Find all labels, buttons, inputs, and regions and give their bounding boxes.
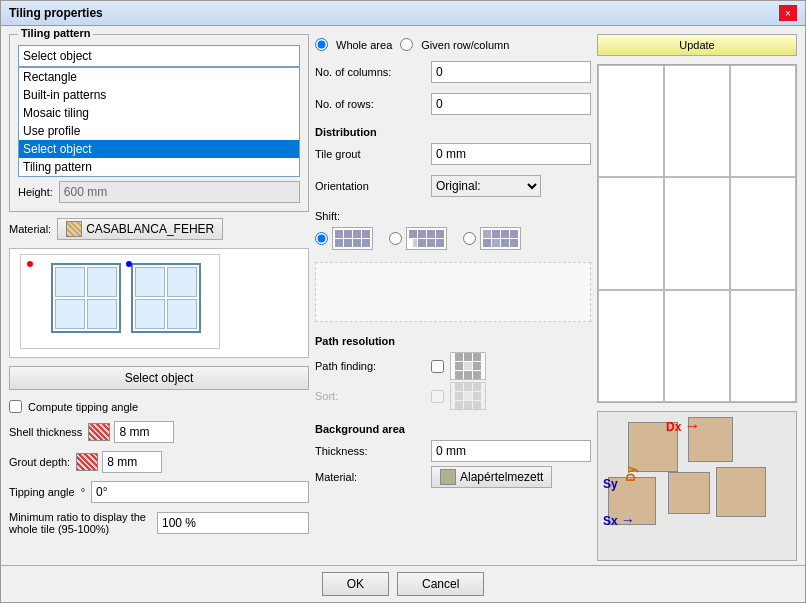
path-resolution-label: Path resolution [315, 335, 395, 347]
tipping-angle-row: Tipping angle ° [9, 481, 309, 503]
compute-tipping-row: Compute tipping angle [9, 400, 309, 413]
given-row-radio[interactable] [400, 38, 413, 51]
min-ratio-label: Minimum ratio to display the whole tile … [9, 511, 151, 535]
right-panel: Update [597, 34, 797, 561]
height-row: Height: [18, 181, 300, 203]
orientation-row: Orientation Original: Rotated 90° Rotate… [315, 175, 591, 197]
whole-area-label: Whole area [336, 39, 392, 51]
whole-area-radio[interactable] [315, 38, 328, 51]
height-label: Height: [18, 186, 53, 198]
orientation-select[interactable]: Original: Rotated 90° Rotated 180° Rotat… [431, 175, 541, 197]
path-resolution-section: Path resolution Path finding: Sort: [315, 334, 591, 410]
dropdown-list: Rectangle Built-in patterns Mosaic tilin… [18, 67, 300, 177]
grout-depth-row: Grout depth: [9, 451, 309, 473]
shift-option-2 [389, 227, 447, 250]
title-bar: Tiling properties × [1, 1, 805, 26]
columns-input[interactable] [431, 61, 591, 83]
rows-row: No. of rows: [315, 93, 591, 115]
material-label: Material: [9, 223, 51, 235]
compute-tipping-label: Compute tipping angle [28, 401, 138, 413]
dx-arrow: Dx → [666, 417, 700, 435]
shift-option-1 [315, 227, 373, 250]
area-type-row: Whole area Given row/column [315, 38, 591, 51]
sort-label: Sort: [315, 390, 425, 402]
bg-material-button[interactable]: Alapértelmezett [431, 466, 552, 488]
preview-grid-top [597, 64, 797, 403]
bottom-buttons: OK Cancel [1, 565, 805, 602]
given-row-label: Given row/column [421, 39, 509, 51]
path-finding-checkbox[interactable] [431, 360, 444, 373]
sy-text: Sy [603, 477, 618, 491]
shift-options-group [315, 227, 591, 250]
shift-radio-2[interactable] [389, 232, 402, 245]
cancel-button[interactable]: Cancel [397, 572, 484, 596]
dy-label: Dy [624, 466, 638, 481]
shift-preview-area [315, 262, 591, 322]
background-area-section: Background area Thickness: Material: Ala… [315, 422, 591, 488]
tile-grout-input[interactable] [431, 143, 591, 165]
shift-label: Shift: [315, 210, 340, 222]
drawing-preview [9, 248, 309, 358]
bg-material-value: Alapértelmezett [460, 470, 543, 484]
dropdown-item-profile[interactable]: Use profile [19, 122, 299, 140]
path-finding-icon [450, 352, 486, 380]
tile-grout-label: Tile grout [315, 148, 425, 160]
dx-label: Dx [666, 420, 681, 434]
tiling-pattern-group: Tiling pattern Select object Rectangle B… [9, 34, 309, 212]
tipping-angle-input[interactable] [91, 481, 309, 503]
height-input[interactable] [59, 181, 300, 203]
sx-text: Sx [603, 514, 618, 528]
tipping-angle-label: Tipping angle [9, 486, 75, 498]
dropdown-item-tiling-pattern[interactable]: Tiling pattern [19, 158, 299, 176]
shift-radio-1[interactable] [315, 232, 328, 245]
update-button[interactable]: Update [597, 34, 797, 56]
background-area-label: Background area [315, 423, 405, 435]
material-value: CASABLANCA_FEHER [86, 222, 214, 236]
bg-thickness-row: Thickness: [315, 440, 591, 462]
dropdown-item-mosaic[interactable]: Mosaic tiling [19, 104, 299, 122]
shift-section: Shift: [315, 209, 591, 250]
tiling-pattern-dropdown[interactable]: Select object Rectangle Built-in pattern… [18, 45, 300, 67]
path-finding-row: Path finding: [315, 352, 591, 380]
shell-thickness-label: Shell thickness [9, 426, 82, 438]
material-color-icon [66, 221, 82, 237]
tile-diagram-area: Dx → Dy Sx → Sy [597, 411, 797, 561]
tile-grout-row: Tile grout [315, 143, 591, 165]
rows-label: No. of rows: [315, 98, 425, 110]
tiling-properties-dialog: Tiling properties × Tiling pattern Selec… [0, 0, 806, 603]
min-ratio-input[interactable] [157, 512, 309, 534]
shift-icon-2 [406, 227, 447, 250]
shift-radio-3[interactable] [463, 232, 476, 245]
tiling-pattern-dropdown-container: Select object Rectangle Built-in pattern… [18, 45, 300, 67]
bg-thickness-label: Thickness: [315, 445, 425, 457]
sort-checkbox[interactable] [431, 390, 444, 403]
bg-material-row: Material: Alapértelmezett [315, 466, 591, 488]
columns-label: No. of columns: [315, 66, 425, 78]
distribution-section: Distribution Tile grout [315, 125, 591, 165]
rows-input[interactable] [431, 93, 591, 115]
sort-icon [450, 382, 486, 410]
dropdown-item-select-object[interactable]: Select object [19, 140, 299, 158]
bg-material-icon [440, 469, 456, 485]
mid-panel: Whole area Given row/column No. of colum… [315, 34, 591, 561]
sx-label: Sx → [603, 512, 635, 528]
shell-thickness-input[interactable] [114, 421, 174, 443]
dropdown-item-rectangle[interactable]: Rectangle [19, 68, 299, 86]
ok-button[interactable]: OK [322, 572, 389, 596]
path-finding-label: Path finding: [315, 360, 425, 372]
grout-depth-label: Grout depth: [9, 456, 70, 468]
close-button[interactable]: × [779, 5, 797, 21]
shift-option-3 [463, 227, 521, 250]
grout-depth-input[interactable] [102, 451, 162, 473]
sort-row: Sort: [315, 382, 591, 410]
distribution-label: Distribution [315, 126, 377, 138]
bg-material-label: Material: [315, 471, 425, 483]
dropdown-item-builtin[interactable]: Built-in patterns [19, 86, 299, 104]
compute-tipping-checkbox[interactable] [9, 400, 22, 413]
tiling-pattern-label: Tiling pattern [18, 27, 93, 39]
material-button[interactable]: CASABLANCA_FEHER [57, 218, 223, 240]
bg-thickness-input[interactable] [431, 440, 591, 462]
select-object-button[interactable]: Select object [9, 366, 309, 390]
shift-icon-3 [480, 227, 521, 250]
left-panel: Tiling pattern Select object Rectangle B… [9, 34, 309, 561]
